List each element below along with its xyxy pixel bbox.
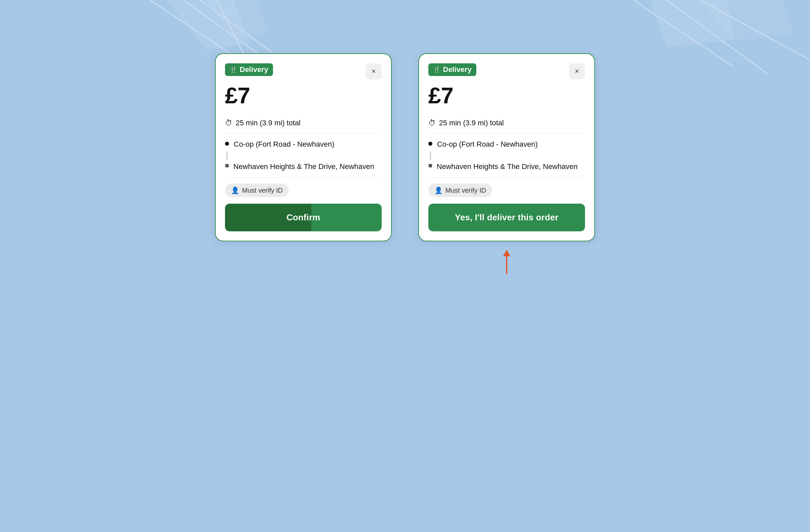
route-line-right — [430, 151, 431, 160]
dest-text-right: Newhaven Heights & The Drive, Newhaven — [437, 162, 578, 172]
clock-icon-right: ⏱ — [428, 119, 436, 127]
person-icon-right: 👤 — [434, 186, 443, 194]
price-left: £7 — [225, 84, 382, 107]
time-section-left: ⏱ 25 min (3.9 mi) total — [225, 113, 382, 134]
route-line-wrap-left: placeholder — [225, 149, 382, 162]
delivery-badge-right: 🍴 Delivery — [428, 63, 476, 76]
time-section-right: ⏱ 25 min (3.9 mi) total — [428, 113, 585, 134]
route-square-right — [429, 164, 432, 167]
card-header-right: 🍴 Delivery × — [428, 63, 585, 79]
card-header-left: 🍴 Delivery × — [225, 63, 382, 79]
close-icon-right: × — [575, 67, 579, 76]
origin-text-right: Co-op (Fort Road - Newhaven) — [437, 140, 538, 149]
dest-text-left: Newhaven Heights & The Drive, Newhaven — [233, 162, 374, 172]
time-info-right: ⏱ 25 min (3.9 mi) total — [428, 119, 585, 127]
time-text-left: 25 min (3.9 mi) total — [236, 119, 300, 127]
confirm-button-right[interactable]: Yes, I'll deliver this order — [428, 204, 585, 231]
arrow-indicator — [506, 256, 507, 274]
route-origin-left: Co-op (Fort Road - Newhaven) — [225, 140, 382, 149]
delivery-badge-label-right: Delivery — [443, 65, 472, 74]
price-right: £7 — [428, 84, 585, 107]
delivery-badge-left: 🍴 Delivery — [225, 63, 273, 76]
fork-knife-icon-right: 🍴 — [433, 66, 440, 73]
close-icon-left: × — [372, 67, 376, 76]
route-line-left — [227, 151, 227, 160]
verify-text-right: Must verify ID — [446, 187, 486, 194]
confirm-button-left[interactable]: Confirm — [225, 204, 382, 231]
route-section-left: Co-op (Fort Road - Newhaven) placeholder… — [225, 134, 382, 178]
route-dest-right: Newhaven Heights & The Drive, Newhaven — [428, 162, 585, 172]
verify-section-right: 👤 Must verify ID — [428, 178, 585, 204]
origin-text-left: Co-op (Fort Road - Newhaven) — [234, 140, 334, 149]
time-text-right: 25 min (3.9 mi) total — [439, 119, 504, 127]
person-icon-left: 👤 — [231, 186, 239, 194]
confirm-button-label-right: Yes, I'll deliver this order — [455, 212, 559, 222]
confirm-button-label-left: Confirm — [286, 212, 320, 222]
delivery-card-right: 🍴 Delivery × £7 ⏱ 25 min (3.9 mi) total … — [418, 53, 595, 241]
verify-badge-right: 👤 Must verify ID — [428, 184, 492, 197]
route-origin-right: Co-op (Fort Road - Newhaven) — [428, 140, 585, 149]
route-dot-right — [428, 142, 432, 146]
route-section-right: Co-op (Fort Road - Newhaven) placeholder… — [428, 134, 585, 178]
delivery-card-left: 🍴 Delivery × £7 ⏱ 25 min (3.9 mi) total … — [215, 53, 392, 241]
cards-container: 🍴 Delivery × £7 ⏱ 25 min (3.9 mi) total … — [215, 53, 595, 241]
route-square-left — [225, 164, 229, 167]
verify-badge-left: 👤 Must verify ID — [225, 184, 289, 197]
route-line-wrap-right: placeholder — [428, 149, 585, 162]
route-dest-left: Newhaven Heights & The Drive, Newhaven — [225, 162, 382, 172]
fork-knife-icon-left: 🍴 — [230, 66, 237, 73]
clock-icon-left: ⏱ — [225, 119, 232, 127]
verify-text-left: Must verify ID — [242, 187, 283, 194]
close-button-right[interactable]: × — [569, 63, 585, 79]
delivery-badge-label-left: Delivery — [240, 65, 268, 74]
route-dot-left — [225, 142, 229, 146]
time-info-left: ⏱ 25 min (3.9 mi) total — [225, 119, 382, 127]
close-button-left[interactable]: × — [366, 63, 382, 79]
verify-section-left: 👤 Must verify ID — [225, 178, 382, 204]
arrow-head — [503, 250, 510, 256]
